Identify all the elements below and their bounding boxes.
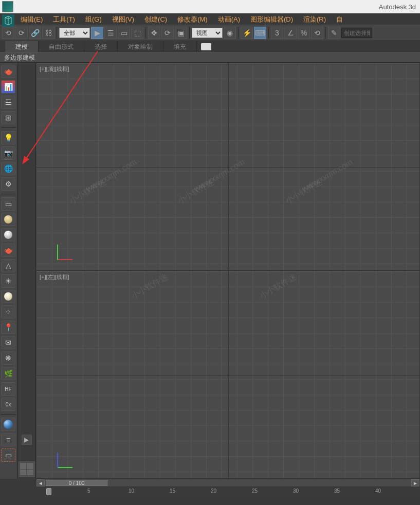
spinner-snap-button[interactable]: ⟲ xyxy=(311,27,323,39)
menu-graph-editors[interactable]: 图形编辑器(D) xyxy=(245,13,298,25)
unlink-button[interactable]: ⛓ xyxy=(42,27,54,39)
axis-widget-top xyxy=(57,239,78,260)
selection-set-input[interactable] xyxy=(341,28,372,38)
select-manipulate-button[interactable]: ⚡ xyxy=(241,27,253,39)
moon-icon[interactable] xyxy=(1,290,15,303)
axis-x-icon xyxy=(57,467,72,468)
scroll-right-button[interactable]: ► xyxy=(411,479,419,487)
menu-custom[interactable]: 自 xyxy=(331,13,348,25)
tab-object-paint[interactable]: 对象绘制 xyxy=(118,41,163,52)
menu-create[interactable]: 创建(C) xyxy=(139,13,172,25)
select-move-button[interactable]: ✥ xyxy=(148,27,160,39)
tick-label: 30 xyxy=(293,488,299,494)
menu-tools[interactable]: 工具(T) xyxy=(48,13,80,25)
panel-icon[interactable]: ▭ xyxy=(1,197,15,211)
select-object-button[interactable]: ▶ xyxy=(91,27,103,39)
grid-center-horizontal xyxy=(36,167,419,167)
menu-views[interactable]: 视图(V) xyxy=(107,13,139,25)
tick-label: 40 xyxy=(375,488,381,494)
timeline-area: ◄ 0 / 100 ► 0 5 10 15 20 25 30 35 40 xyxy=(0,479,420,499)
sub-panel: 多边形建模 xyxy=(0,52,420,63)
separator xyxy=(1,127,16,128)
list-icon[interactable]: ☰ xyxy=(1,96,15,109)
tab-modeling[interactable]: 建模 xyxy=(5,41,39,52)
sphere-icon[interactable] xyxy=(1,228,15,241)
axis-widget-left xyxy=(57,447,78,468)
tick-label: 35 xyxy=(334,488,340,494)
viewport-top-label[interactable]: [+][顶][线框] xyxy=(40,65,69,73)
tick-label: 15 xyxy=(170,488,175,494)
axis-x-icon xyxy=(57,259,72,260)
cone-icon[interactable]: △ xyxy=(1,259,15,272)
keyboard-shortcut-button[interactable]: ⌨ xyxy=(254,27,266,39)
scroll-thumb[interactable]: 0 / 100 xyxy=(46,480,107,486)
timeline-ruler[interactable]: 0 5 10 15 20 25 30 35 40 xyxy=(46,487,420,497)
envelope-tool-icon[interactable]: ✉ xyxy=(1,336,15,349)
menu-group[interactable]: 组(G) xyxy=(80,13,107,25)
main-area: 🫖 📊 ☰ ⊞ 💡 📷 🌐 ⚙ ▭ 🫖 △ ☀ ⁘ 📍 ✉ ❋ 🌿 HF 0x … xyxy=(0,63,420,479)
gears-icon[interactable]: ⚙ xyxy=(1,177,15,191)
reference-coordinate-dropdown[interactable]: 视图 xyxy=(192,28,223,38)
viewport-top[interactable]: [+][顶][线框] 小小软件迷 www.xxrjm.com 小小软件迷 www… xyxy=(36,63,420,271)
timeline-scroll: ◄ 0 / 100 ► 0 5 10 15 20 25 30 35 40 xyxy=(36,479,420,497)
selection-marquee-icon[interactable]: ▭ xyxy=(1,448,15,462)
use-pivot-button[interactable]: ◉ xyxy=(224,27,236,39)
rectangular-region-button[interactable]: ▭ xyxy=(118,27,130,39)
blue-sphere-icon[interactable] xyxy=(1,418,15,431)
window-crossing-button[interactable]: ⬚ xyxy=(131,27,143,39)
angle-snap-button[interactable]: ∠ xyxy=(284,27,297,39)
ox-tool[interactable]: 0x xyxy=(1,398,15,411)
ribbon-tabs: 建模 自由形式 选择 对象绘制 填充 xyxy=(0,41,420,52)
viewport-left-label[interactable]: [+][左][线框] xyxy=(40,273,69,281)
tick-label: 10 xyxy=(129,488,134,494)
camera-icon[interactable]: 📷 xyxy=(1,146,15,160)
snap-toggle-button[interactable]: 3 xyxy=(271,27,283,39)
named-selection-button[interactable]: ✎ xyxy=(328,27,340,39)
window-title: Autodesk 3d xyxy=(15,3,418,11)
select-rotate-button[interactable]: ⟳ xyxy=(161,27,174,39)
percent-snap-button[interactable]: % xyxy=(298,27,310,39)
select-by-name-button[interactable]: ☰ xyxy=(104,27,117,39)
sun-icon[interactable]: ☀ xyxy=(1,274,15,288)
pin-icon[interactable]: 📍 xyxy=(1,321,15,334)
chart-icon[interactable]: 📊 xyxy=(1,80,15,93)
separator xyxy=(145,27,146,39)
grid-icon[interactable]: ⊞ xyxy=(1,111,15,124)
link-button[interactable]: 🔗 xyxy=(29,27,41,39)
hf-tool[interactable]: HF xyxy=(1,382,15,396)
selection-filter-dropdown[interactable]: 全部 xyxy=(59,28,90,38)
redo-button[interactable]: ⟳ xyxy=(15,27,28,39)
left-toolbar-secondary: ▶ xyxy=(17,63,36,479)
menu-modifiers[interactable]: 修改器(M) xyxy=(172,13,213,25)
menu-edit[interactable]: 编辑(E) xyxy=(15,13,48,25)
app-icon[interactable] xyxy=(2,1,13,12)
dome-icon[interactable] xyxy=(1,213,15,226)
play-button[interactable]: ▶ xyxy=(22,435,32,445)
layers-icon[interactable]: ≡ xyxy=(1,433,15,446)
tick-label: 20 xyxy=(211,488,216,494)
tab-populate[interactable]: 填充 xyxy=(163,41,197,52)
app-logo-3dsmax[interactable] xyxy=(2,14,14,27)
particles-icon[interactable]: ⁘ xyxy=(1,305,15,319)
scroll-left-button[interactable]: ◄ xyxy=(36,479,45,487)
left-toolbar: 🫖 📊 ☰ ⊞ 💡 📷 🌐 ⚙ ▭ 🫖 △ ☀ ⁘ 📍 ✉ ❋ 🌿 HF 0x … xyxy=(0,63,17,479)
select-scale-button[interactable]: ▣ xyxy=(175,27,187,39)
gear2-icon[interactable]: ❋ xyxy=(1,351,15,365)
viewport-left[interactable]: [+][左][线框] 小小软件迷 小小软件迷 xyxy=(36,271,420,479)
grass-icon[interactable]: 🌿 xyxy=(1,367,15,380)
viewport-layout-button[interactable] xyxy=(19,461,35,477)
globe-icon[interactable]: 🌐 xyxy=(1,162,15,175)
undo-button[interactable]: ⟲ xyxy=(2,27,14,39)
envelope-icon[interactable] xyxy=(201,43,211,50)
menu-rendering[interactable]: 渲染(R) xyxy=(298,13,331,25)
tab-selection[interactable]: 选择 xyxy=(84,41,118,52)
menu-animation[interactable]: 动画(A) xyxy=(213,13,245,25)
timeline-scrollbar[interactable]: ◄ 0 / 100 ► xyxy=(36,479,420,487)
teapot2-icon[interactable]: 🫖 xyxy=(1,244,15,257)
teapot-icon[interactable]: 🫖 xyxy=(1,65,15,78)
tab-freeform[interactable]: 自由形式 xyxy=(39,41,84,52)
light-bulb-icon[interactable]: 💡 xyxy=(1,131,15,144)
separator xyxy=(1,414,16,415)
tick-label: 0 xyxy=(47,488,50,494)
separator xyxy=(189,27,190,39)
